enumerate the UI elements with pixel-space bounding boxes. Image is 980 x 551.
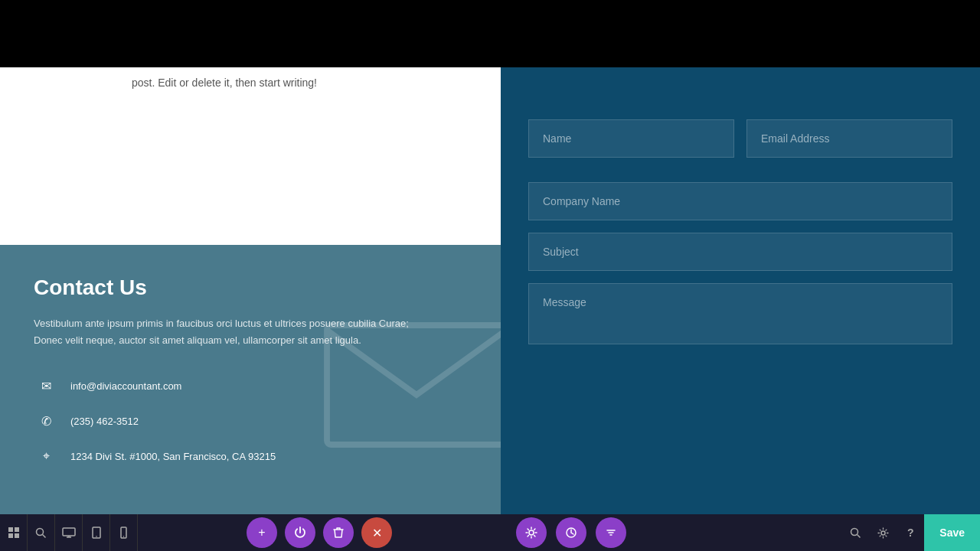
svg-point-16 bbox=[851, 528, 858, 535]
settings-right-btn[interactable] bbox=[869, 514, 897, 551]
page-wrapper: post. Edit or delete it, then start writ… bbox=[0, 67, 980, 551]
svg-point-5 bbox=[37, 528, 44, 535]
email-icon: ✉ bbox=[34, 373, 58, 398]
location-icon: ⌖ bbox=[34, 444, 58, 468]
email-input[interactable] bbox=[746, 119, 952, 158]
message-textarea[interactable] bbox=[528, 283, 952, 344]
subject-row bbox=[528, 233, 952, 271]
trash-fab[interactable] bbox=[323, 517, 354, 548]
settings-fab[interactable] bbox=[516, 517, 547, 548]
power-fab[interactable] bbox=[285, 517, 315, 548]
phone-icon: ✆ bbox=[34, 409, 58, 433]
company-input[interactable] bbox=[528, 182, 952, 220]
search-icon-btn[interactable] bbox=[28, 514, 55, 551]
save-button[interactable]: Save bbox=[924, 514, 980, 551]
search-right-btn[interactable] bbox=[841, 514, 869, 551]
help-right-btn[interactable]: ? bbox=[897, 514, 924, 551]
svg-line-6 bbox=[43, 534, 46, 537]
message-row bbox=[528, 283, 952, 347]
company-row bbox=[528, 182, 952, 220]
contact-email: info@diviaccountant.com bbox=[70, 380, 181, 392]
desktop-icon-btn[interactable] bbox=[55, 514, 83, 551]
svg-rect-0 bbox=[327, 325, 501, 445]
svg-point-11 bbox=[96, 536, 97, 537]
svg-point-18 bbox=[881, 531, 885, 535]
svg-rect-2 bbox=[15, 527, 19, 532]
left-bottom-bar: + ✕ bbox=[0, 514, 501, 551]
floating-action-btns: + ✕ bbox=[138, 517, 501, 548]
svg-point-14 bbox=[529, 530, 534, 535]
top-black-bar bbox=[0, 0, 980, 67]
svg-point-13 bbox=[123, 536, 124, 536]
left-toolbar-icons bbox=[0, 514, 138, 551]
add-fab[interactable]: + bbox=[247, 517, 277, 548]
svg-rect-1 bbox=[8, 527, 13, 532]
name-email-row bbox=[528, 119, 952, 158]
history-fab[interactable] bbox=[556, 517, 586, 548]
svg-rect-4 bbox=[15, 533, 19, 538]
contact-panel: Contact Us Vestibulum ante ipsum primis … bbox=[0, 245, 501, 551]
post-text: post. Edit or delete it, then start writ… bbox=[0, 67, 501, 89]
close-fab[interactable]: ✕ bbox=[361, 517, 392, 548]
contact-watermark bbox=[317, 276, 501, 474]
grid-icon-btn[interactable] bbox=[0, 514, 28, 551]
right-bottom-bar: ? Save bbox=[501, 514, 980, 551]
name-input[interactable] bbox=[528, 119, 734, 158]
contact-phone: (235) 462-3512 bbox=[70, 416, 139, 427]
mobile-icon-btn[interactable] bbox=[110, 514, 138, 551]
tablet-icon-btn[interactable] bbox=[83, 514, 110, 551]
sort-fab[interactable] bbox=[596, 517, 626, 548]
svg-rect-7 bbox=[63, 528, 75, 536]
svg-line-17 bbox=[857, 534, 860, 537]
subject-input[interactable] bbox=[528, 233, 952, 271]
form-section bbox=[501, 67, 980, 514]
left-section: post. Edit or delete it, then start writ… bbox=[0, 67, 501, 551]
right-fab-group bbox=[501, 517, 841, 548]
svg-rect-3 bbox=[8, 533, 13, 538]
contact-address: 1234 Divi St. #1000, San Francisco, CA 9… bbox=[70, 451, 276, 462]
